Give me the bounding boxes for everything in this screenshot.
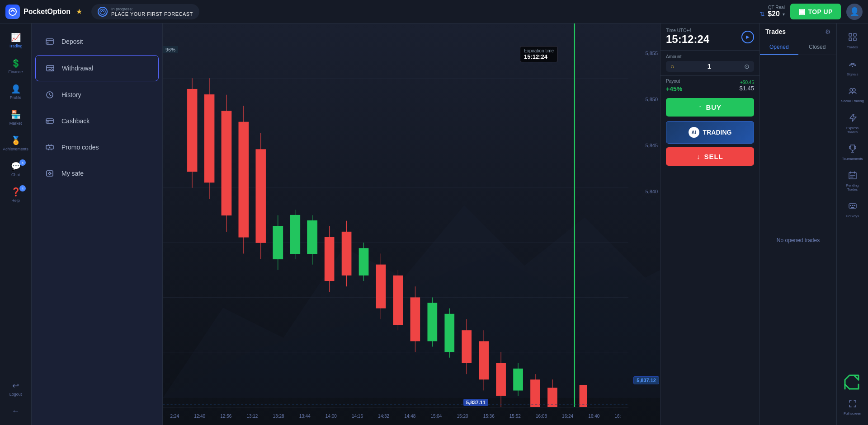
sell-button[interactable]: ↓ SELL [666,147,754,166]
achievement-banner[interactable]: In progress: PLACE YOUR FIRST FORECAST [91,4,199,19]
sidebar-item-help[interactable]: 4 ❓ Help [0,182,31,207]
candlestick-chart [163,23,628,407]
menu-my-safe[interactable]: My safe [35,161,159,186]
svg-rect-67 [849,38,852,41]
achievement-title: PLACE YOUR FIRST FORECAST [111,11,193,17]
svg-point-71 [853,89,855,91]
trades-tabs: Opened Closed [760,40,836,55]
sidebar-item-trading[interactable]: 📈 Trading [0,28,31,53]
x-label-16: 16: [614,414,621,419]
tab-opened[interactable]: Opened [760,40,798,55]
hotkeys-icon [848,201,857,213]
buy-arrow-icon: ↑ [698,103,703,111]
fr-label-signals: Signals [846,72,858,77]
logo-area: PocketOption ★ [5,5,82,19]
expiry-info-box: Expiration time 15:12:24 [520,46,558,62]
trading-icon: 📈 [11,33,21,42]
cashback-icon [43,115,56,127]
time-display: 15:12:24 [666,33,709,46]
achievements-icon: 🏅 [11,135,21,145]
express-trades-icon [848,113,857,125]
svg-rect-63 [580,385,587,407]
fr-item-trades[interactable]: Trades [837,28,868,54]
sidebar-item-logout[interactable]: ↩ Logout [0,376,31,401]
menu-promo-codes[interactable]: Promo codes [35,135,159,160]
sidebar-item-chat[interactable]: 4 💬 Chat [0,157,31,182]
brand-logo-bottom [841,372,864,394]
chart-area: Expiration time 15:12:24 5,855 5,850 5,8… [163,23,660,425]
chat-label: Chat [11,173,20,177]
menu-history[interactable]: History [35,82,159,107]
avatar[interactable]: 👤 [846,4,863,20]
sidebar-item-market[interactable]: 🏪 Market [0,105,31,130]
svg-rect-66 [854,33,856,36]
arrow-left-icon: ← [12,406,20,416]
menu-withdrawal[interactable]: Withdrawal [35,55,159,81]
menu-deposit[interactable]: Deposit [35,29,159,54]
account-balance[interactable]: ⇅ $20 ▾ [760,10,785,18]
buy-button[interactable]: ↑ BUY [666,98,754,117]
svg-rect-2 [46,39,53,44]
main-area: 📈 Trading 💲 Finance 👤 Profile 🏪 Market 🏅… [0,23,868,425]
percentage-value: 96% [165,47,175,52]
pending-trades-icon [848,171,857,182]
svg-rect-55 [496,363,506,396]
amount-row: Amount ○ 1 ⊙ [660,51,760,76]
payout-info: Payout +45% [666,79,682,93]
play-button[interactable]: ▶ [741,31,754,43]
svg-rect-23 [222,111,231,215]
fr-item-express[interactable]: ExpressTrades [837,109,868,139]
payout-row: Payout +45% +$0.45 $1.45 [660,76,760,95]
time-utc-label: Time UTC+4 [666,28,709,33]
percentage-badge: 96% [163,46,178,53]
account-info: QT Real ⇅ $20 ▾ [760,5,785,18]
finance-menu: Deposit Withdrawal History [32,23,163,425]
svg-point-11 [49,173,51,174]
achievement-icon [98,7,108,17]
favorite-star-icon[interactable]: ★ [76,7,82,16]
fr-item-tournaments[interactable]: Tournaments [837,140,868,166]
x-label-1608: 16:08 [536,414,547,419]
amount-input-field[interactable]: ○ 1 ⊙ [666,61,754,72]
trades-settings-icon[interactable]: ⚙ [825,28,831,35]
svg-rect-45 [410,297,420,341]
expiry-time: 15:12:24 [524,53,554,60]
sidebar-item-profile[interactable]: 👤 Profile [0,79,31,104]
payout-label: Payout [666,79,682,84]
payout-change: +$0.45 [739,80,754,85]
topup-button[interactable]: ▣ TOP UP [790,4,841,19]
menu-cashback[interactable]: Cashback [35,108,159,134]
profile-label: Profile [10,95,22,100]
promo-label: Promo codes [61,144,99,151]
achievements-label: Achievements [3,147,28,151]
fr-item-signals[interactable]: Signals [837,55,868,81]
cashback-label: Cashback [61,117,90,125]
achievement-status: In progress: [111,7,193,11]
sell-label: SELL [704,153,723,160]
x-label-1240: 12:40 [194,414,205,419]
fr-item-fullscreen[interactable]: Full screen [837,395,868,420]
trades-title: Trades [765,28,786,35]
achievement-text: In progress: PLACE YOUR FIRST FORECAST [111,7,193,17]
svg-rect-4 [47,65,54,71]
social-trading-icon [848,86,857,98]
fr-item-pending[interactable]: PendingTrades [837,166,868,196]
sidebar-item-achievements[interactable]: 🏅 Achievements [0,131,31,156]
ai-trading-button[interactable]: AI TRADING [666,121,754,144]
fr-item-hotkeys[interactable]: Hotkeys [837,197,868,223]
svg-rect-79 [851,207,854,208]
deposit-label: Deposit [61,38,83,45]
finance-icon: 💲 [11,58,21,68]
fr-label-tournaments: Tournaments [842,157,863,161]
ai-label: TRADING [703,129,732,136]
svg-rect-31 [290,215,300,254]
fullscreen-icon [849,400,857,410]
tab-closed[interactable]: Closed [798,40,837,55]
sidebar-item-finance[interactable]: 💲 Finance [0,54,31,79]
amount-settings-icon: ⊙ [744,63,750,70]
history-icon [43,89,56,101]
payout-percent: +45% [666,85,682,93]
svg-rect-77 [852,205,853,206]
sidebar-item-arrow[interactable]: ← [0,402,31,420]
fr-item-social-trading[interactable]: Social Trading [837,82,868,108]
